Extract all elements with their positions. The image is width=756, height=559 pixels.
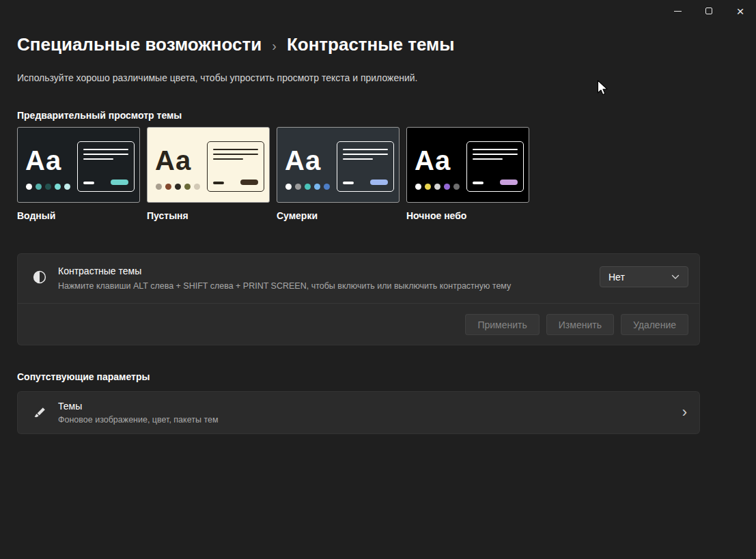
- theme-previews-row: Aa Водный Aa Пустыня Aa: [17, 127, 529, 221]
- contrast-buttons-row: Применить Изменить Удаление: [465, 314, 688, 335]
- theme-color-dot: [444, 184, 450, 190]
- mini-accent-pill: [370, 180, 388, 185]
- mini-text-line: [213, 154, 258, 155]
- mini-dash: [213, 182, 224, 184]
- mini-text-line: [213, 158, 243, 160]
- delete-button[interactable]: Удаление: [621, 314, 688, 335]
- theme-color-dot: [305, 184, 311, 190]
- page-title: Контрастные темы: [287, 34, 455, 55]
- theme-sample-text: Aa: [25, 147, 61, 174]
- theme-thumbnail: Aa: [17, 127, 140, 203]
- mini-accent-pill: [240, 180, 258, 185]
- theme-color-dot: [434, 184, 440, 190]
- mini-text-line: [83, 149, 128, 150]
- paintbrush-icon: [33, 406, 46, 420]
- theme-sample-text: Aa: [415, 147, 451, 174]
- mini-text-line: [213, 149, 258, 150]
- window-controls: ×: [662, 0, 756, 22]
- maximize-icon: [705, 8, 712, 14]
- chevron-right-icon: ›: [682, 404, 687, 419]
- apply-button[interactable]: Применить: [465, 314, 539, 335]
- close-icon: ×: [736, 5, 744, 18]
- contrast-card-texts: Контрастные темы Нажмите клавиши ALT сле…: [58, 266, 511, 291]
- theme-color-dot: [453, 184, 460, 190]
- mini-accent-pill: [111, 180, 128, 185]
- themes-link-title: Темы: [58, 401, 219, 412]
- mouse-cursor: [597, 80, 609, 98]
- contrast-theme-dropdown[interactable]: Нет: [600, 266, 688, 287]
- theme-color-dot: [165, 184, 171, 190]
- mini-dash: [83, 182, 94, 184]
- mini-dash: [473, 182, 484, 184]
- themes-row-link[interactable]: Темы Фоновое изображение, цвет, пакеты т…: [17, 391, 700, 434]
- theme-thumbnail: Aa: [406, 127, 529, 203]
- theme-color-dot: [175, 184, 181, 190]
- contrast-card-description: Нажмите клавиши ALT слева + SHIFT слева …: [58, 281, 511, 291]
- theme-name: Сумерки: [277, 210, 400, 221]
- chevron-down-icon: [671, 274, 680, 280]
- theme-sample-text: Aa: [285, 147, 321, 174]
- theme-preview-night-sky[interactable]: Aa Ночное небо: [406, 127, 529, 221]
- breadcrumb-parent[interactable]: Специальные возможности: [17, 34, 262, 55]
- mini-text-line: [343, 154, 388, 155]
- theme-sample-text: Aa: [155, 147, 191, 174]
- contrast-icon: [33, 270, 46, 284]
- theme-color-dot: [194, 184, 200, 190]
- minimize-icon: [674, 11, 682, 12]
- close-button[interactable]: ×: [725, 0, 756, 22]
- theme-preview-aquatic[interactable]: Aa Водный: [17, 127, 140, 221]
- mini-text-line: [473, 154, 518, 155]
- theme-color-dot: [425, 184, 431, 190]
- mini-text-line: [83, 154, 128, 155]
- theme-color-dot: [314, 184, 320, 190]
- theme-color-dots: [156, 184, 200, 190]
- mini-text-line: [473, 158, 503, 160]
- theme-color-dots: [26, 184, 70, 190]
- breadcrumb-separator-icon: ›: [272, 35, 277, 54]
- theme-color-dot: [324, 184, 330, 190]
- theme-color-dot: [45, 184, 51, 190]
- related-settings-label: Сопутствующие параметры: [17, 371, 150, 382]
- page-description: Используйте хорошо различимые цвета, что…: [17, 72, 417, 83]
- theme-color-dots: [285, 184, 330, 190]
- mini-accent-pill: [500, 180, 518, 185]
- theme-name: Водный: [17, 210, 140, 221]
- mini-text-line: [343, 158, 373, 160]
- theme-color-dot: [36, 184, 42, 190]
- maximize-button[interactable]: [693, 0, 725, 22]
- theme-color-dot: [295, 184, 301, 190]
- mini-dash: [343, 182, 354, 184]
- edit-button[interactable]: Изменить: [546, 314, 614, 335]
- contrast-themes-card: Контрастные темы Нажмите клавиши ALT сле…: [17, 253, 700, 345]
- theme-preview-desert[interactable]: Aa Пустыня: [147, 127, 270, 221]
- minimize-button[interactable]: [662, 0, 693, 22]
- theme-color-dot: [55, 184, 61, 190]
- theme-color-dot: [415, 184, 421, 190]
- theme-mini-window: [77, 141, 135, 192]
- theme-name: Пустыня: [147, 210, 270, 221]
- theme-name: Ночное небо: [406, 210, 529, 221]
- theme-color-dot: [64, 184, 70, 190]
- theme-color-dot: [156, 184, 162, 190]
- theme-thumbnail: Aa: [147, 127, 270, 203]
- theme-thumbnail: Aa: [277, 127, 400, 203]
- theme-mini-window: [466, 141, 524, 192]
- breadcrumb: Специальные возможности › Контрастные те…: [17, 34, 454, 55]
- mini-text-line: [83, 158, 113, 160]
- card-divider: [18, 303, 699, 304]
- theme-mini-window: [207, 141, 264, 192]
- theme-color-dot: [184, 184, 191, 190]
- theme-preview-dusk[interactable]: Aa Сумерки: [277, 127, 400, 221]
- theme-color-dots: [415, 184, 460, 190]
- dropdown-selected-value: Нет: [608, 272, 625, 283]
- mini-text-line: [473, 149, 518, 150]
- contrast-card-title: Контрастные темы: [58, 266, 511, 276]
- theme-color-dot: [26, 184, 32, 190]
- theme-color-dot: [285, 184, 292, 190]
- themes-link-subtitle: Фоновое изображение, цвет, пакеты тем: [58, 415, 219, 425]
- theme-mini-window: [337, 141, 394, 192]
- theme-preview-section-label: Предварительный просмотр темы: [17, 110, 182, 121]
- mini-text-line: [343, 149, 388, 150]
- themes-link-texts: Темы Фоновое изображение, цвет, пакеты т…: [58, 401, 219, 425]
